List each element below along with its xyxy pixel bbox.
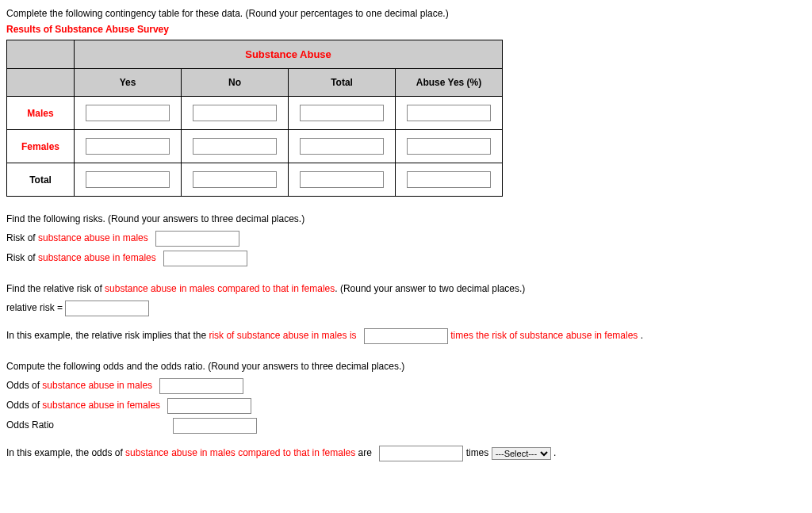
risk-males-prefix: Risk of bbox=[6, 232, 38, 243]
females-yes-input[interactable] bbox=[86, 138, 170, 155]
risk-males-phrase: substance abuse in males bbox=[38, 232, 148, 243]
risk-females-prefix: Risk of bbox=[6, 252, 38, 263]
contingency-table: Substance Abuse Yes No Total Abuse Yes (… bbox=[6, 40, 503, 197]
corner-blank bbox=[7, 40, 75, 69]
females-total-input[interactable] bbox=[300, 138, 384, 155]
total-pct-input[interactable] bbox=[407, 171, 491, 188]
odds-intro: Compute the following odds and the odds … bbox=[6, 358, 806, 374]
males-pct-input[interactable] bbox=[407, 105, 491, 121]
row-females-label: Females bbox=[7, 130, 75, 163]
super-header: Substance Abuse bbox=[75, 40, 503, 69]
odds-females-prefix: Odds of bbox=[6, 400, 42, 411]
relrisk-period: . bbox=[638, 330, 643, 341]
risks-intro: Find the following risks. (Round your an… bbox=[6, 211, 806, 227]
relrisk-implies-c: times the risk of substance abuse in fem… bbox=[450, 330, 638, 341]
odds-implies-c: are bbox=[355, 447, 374, 458]
odds-females-phrase: substance abuse in females bbox=[42, 400, 160, 411]
odds-period: . bbox=[553, 447, 556, 458]
col-no: No bbox=[182, 69, 289, 97]
relrisk-input[interactable] bbox=[65, 301, 149, 316]
col-total: Total bbox=[289, 69, 396, 97]
odds-ratio-input[interactable] bbox=[173, 418, 257, 434]
relrisk-intro-a: Find the relative risk of bbox=[6, 283, 105, 294]
table-title: Results of Substance Abuse Survey bbox=[6, 24, 806, 35]
total-yes-input[interactable] bbox=[86, 171, 170, 188]
risk-females-phrase: substance abuse in females bbox=[38, 252, 156, 263]
risk-females-input[interactable] bbox=[163, 251, 247, 266]
relrisk-implies-b: risk of substance abuse in males is bbox=[209, 330, 356, 341]
total-no-input[interactable] bbox=[193, 171, 277, 188]
odds-males-input[interactable] bbox=[159, 378, 243, 394]
col-yes: Yes bbox=[75, 69, 182, 97]
odds-implies-b: substance abuse in males compared to tha… bbox=[125, 447, 355, 458]
odds-males-prefix: Odds of bbox=[6, 380, 42, 391]
risk-males-input[interactable] bbox=[155, 231, 239, 247]
females-no-input[interactable] bbox=[193, 138, 277, 155]
odds-select[interactable]: ---Select--- bbox=[492, 447, 551, 460]
males-no-input[interactable] bbox=[193, 105, 277, 121]
females-pct-input[interactable] bbox=[407, 138, 491, 155]
odds-males-phrase: substance abuse in males bbox=[42, 380, 152, 391]
total-total-input[interactable] bbox=[300, 171, 384, 188]
col-blank bbox=[7, 69, 75, 97]
odds-times-label: times bbox=[466, 447, 492, 458]
males-yes-input[interactable] bbox=[86, 105, 170, 121]
odds-implies-a: In this example, the odds of bbox=[6, 447, 125, 458]
intro-text: Complete the following contingency table… bbox=[6, 8, 806, 19]
relrisk-intro-c: . (Round your answer to two decimal plac… bbox=[335, 283, 525, 294]
row-total-label: Total bbox=[7, 163, 75, 197]
odds-ratio-label: Odds Ratio bbox=[6, 419, 54, 431]
col-pct: Abuse Yes (%) bbox=[396, 69, 503, 97]
relrisk-times-input[interactable] bbox=[364, 328, 448, 344]
relrisk-implies-a: In this example, the relative risk impli… bbox=[6, 330, 209, 341]
row-males-label: Males bbox=[7, 97, 75, 130]
odds-times-input[interactable] bbox=[379, 446, 463, 461]
males-total-input[interactable] bbox=[300, 105, 384, 121]
relrisk-intro-b: substance abuse in males compared to tha… bbox=[105, 283, 335, 294]
relrisk-label: relative risk = bbox=[6, 302, 65, 313]
odds-females-input[interactable] bbox=[167, 398, 251, 414]
